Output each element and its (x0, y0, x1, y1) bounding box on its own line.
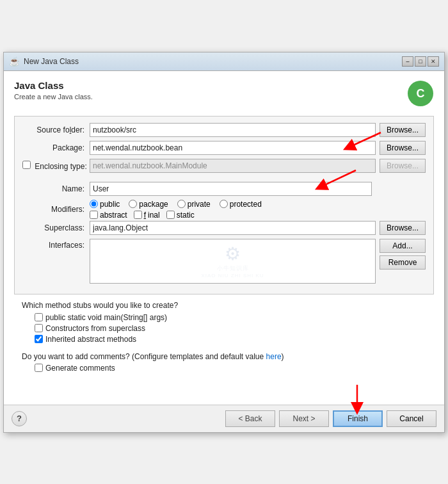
header-logo: C (407, 80, 434, 107)
stubs-section: Which method stubs would you like to cre… (14, 294, 434, 350)
modifiers-row: Modifiers: public package pr (22, 200, 426, 220)
modifier-private-radio[interactable] (177, 200, 186, 208)
stubs-main-checkbox[interactable] (35, 313, 43, 321)
modifier-protected-option[interactable]: protected (220, 200, 262, 209)
maximize-button[interactable]: □ (415, 56, 426, 67)
page-title: Java Class (14, 80, 93, 91)
stubs-inherited-item: Inherited abstract methods (22, 335, 426, 344)
interfaces-add-button[interactable]: Add... (380, 239, 426, 253)
modifier-abstract-option[interactable]: abstract (90, 211, 127, 220)
page-subtitle: Create a new Java class. (14, 93, 93, 101)
modifier-package-radio[interactable] (129, 200, 137, 208)
next-button[interactable]: Next > (279, 410, 329, 427)
modifiers-radio-group: public package private protected (90, 200, 262, 209)
interfaces-buttons: Add... Remove (380, 239, 426, 270)
source-folder-input[interactable] (90, 123, 376, 137)
package-row: Package: (22, 141, 426, 155)
package-input[interactable] (90, 141, 376, 155)
modifier-public-radio[interactable] (90, 200, 98, 208)
package-browse-button[interactable]: Browse... (380, 141, 426, 155)
interfaces-remove-button[interactable]: Remove (380, 255, 426, 270)
modifiers-label: Modifiers: (22, 205, 90, 214)
stubs-constructors-item: Constructors from superclass (22, 324, 426, 333)
stubs-constructors-checkbox[interactable] (35, 324, 43, 332)
bottom-bar: ? < Back Next > Finish (4, 405, 444, 432)
interfaces-row: Interfaces: ⚙ 小牛知识库 XIAO NIU ZHI SHI KU … (22, 239, 426, 284)
superclass-row: Superclass: Browse... (22, 221, 426, 235)
modifier-abstract-checkbox[interactable] (90, 211, 98, 219)
superclass-input[interactable] (90, 221, 376, 235)
name-row: Name: (22, 182, 426, 196)
modifier-static-checkbox[interactable] (166, 211, 175, 219)
modifiers-checkbox-group: abstract final static (90, 211, 262, 220)
comments-section: Do you want to add comments? (Configure … (14, 350, 434, 376)
cancel-button[interactable]: Cancel (387, 410, 436, 427)
comments-generate-label: Generate comments (45, 364, 115, 373)
stubs-question: Which method stubs would you like to cre… (22, 301, 426, 310)
superclass-label: Superclass: (22, 223, 90, 232)
superclass-browse-button[interactable]: Browse... (380, 221, 426, 235)
name-input[interactable] (90, 182, 372, 196)
name-label: Name: (22, 184, 90, 193)
close-button[interactable]: ✕ (428, 56, 439, 67)
stubs-main-item: public static void main(String[] args) (22, 313, 426, 322)
enclosing-type-row: Enclosing type: Browse... (22, 159, 426, 173)
modifier-private-option[interactable]: private (177, 200, 211, 209)
package-label: Package: (22, 143, 90, 152)
modifier-static-option[interactable]: static (166, 211, 195, 220)
modifier-final-checkbox[interactable] (134, 211, 142, 219)
spacer (14, 376, 434, 396)
stubs-main-label: public static void main(String[] args) (45, 313, 167, 322)
title-bar-text: New Java Class (24, 57, 398, 66)
title-bar-buttons: – □ ✕ (402, 56, 439, 67)
finish-container: Finish (333, 410, 383, 427)
back-button[interactable]: < Back (225, 410, 275, 427)
enclosing-type-input[interactable] (90, 159, 376, 173)
source-folder-label: Source folder: (22, 125, 90, 134)
comments-generate-item: Generate comments (22, 364, 426, 373)
dialog-window: ☕ New Java Class – □ ✕ Java Class Create… (3, 52, 445, 433)
header-section: Java Class Create a new Java class. C (14, 80, 434, 107)
stubs-inherited-checkbox[interactable] (35, 335, 43, 343)
comments-question: Do you want to add comments? (Configure … (22, 352, 426, 361)
svg-text:C: C (417, 87, 425, 100)
enclosing-type-label: Enclosing type: (22, 161, 90, 171)
interfaces-list: ⚙ 小牛知识库 XIAO NIU ZHI SHI KU (90, 239, 376, 284)
content-area: Java Class Create a new Java class. C So… (4, 71, 444, 405)
comments-generate-checkbox[interactable] (35, 364, 43, 372)
modifier-package-option[interactable]: package (129, 200, 168, 209)
header-text: Java Class Create a new Java class. (14, 80, 93, 101)
finish-button[interactable]: Finish (333, 410, 383, 427)
enclosing-type-checkbox[interactable] (22, 161, 31, 169)
minimize-button[interactable]: – (402, 56, 413, 67)
bottom-left: ? (12, 411, 27, 426)
title-bar: ☕ New Java Class – □ ✕ (4, 52, 444, 71)
enclosing-type-browse-button[interactable]: Browse... (380, 159, 426, 173)
title-bar-icon: ☕ (9, 56, 20, 67)
modifier-public-option[interactable]: public (90, 200, 120, 209)
stubs-constructors-label: Constructors from superclass (45, 324, 145, 333)
form-section: Source folder: Browse... Package: (14, 116, 434, 294)
modifier-protected-radio[interactable] (220, 200, 228, 208)
bottom-right: < Back Next > Finish Cancel (225, 410, 436, 427)
help-button[interactable]: ? (12, 411, 27, 426)
interfaces-label: Interfaces: (22, 239, 90, 250)
source-folder-browse-button[interactable]: Browse... (380, 123, 426, 137)
source-folder-row: Source folder: Browse... (22, 123, 426, 137)
package-arrow-container (90, 141, 376, 155)
modifier-final-option[interactable]: final (134, 211, 160, 220)
stubs-inherited-label: Inherited abstract methods (45, 335, 136, 344)
comments-here-link[interactable]: here (266, 352, 282, 361)
